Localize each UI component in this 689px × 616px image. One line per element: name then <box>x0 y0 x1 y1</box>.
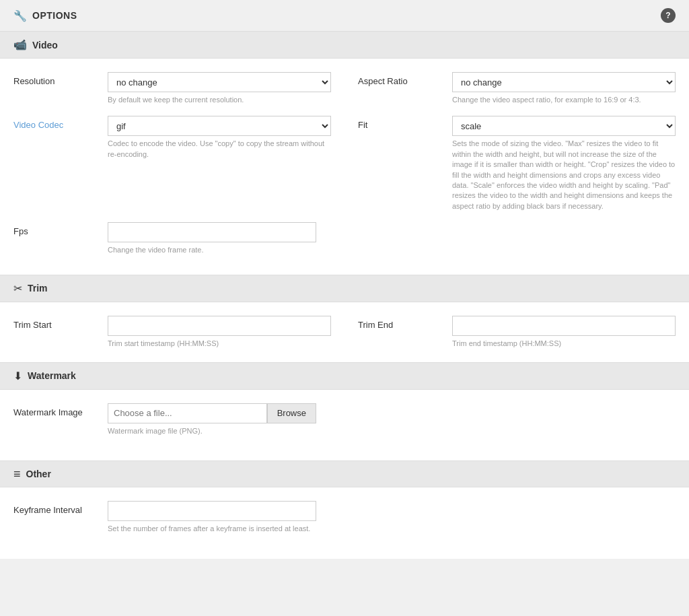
scissors-icon: ✂ <box>13 282 22 295</box>
fps-input[interactable] <box>108 222 316 242</box>
trim-end-hint: Trim end timestamp (HH:MM:SS) <box>452 339 676 349</box>
other-section-content: Keyframe Interval Set the number of fram… <box>0 487 689 558</box>
other-section-header: ≡ Other <box>0 460 689 487</box>
trim-start-hint: Trim start timestamp (HH:MM:SS) <box>108 339 331 349</box>
video-codec-label: Video Codec <box>13 116 94 130</box>
watermark-section-title: Watermark <box>28 370 76 381</box>
resolution-label: Resolution <box>13 72 94 86</box>
fps-hint: Change the video frame rate. <box>108 245 316 255</box>
trim-end-input[interactable] <box>452 316 676 336</box>
video-section-content: Resolution no change 320x240 640x480 128… <box>0 59 689 275</box>
watermark-hint: Watermark image file (PNG). <box>108 426 316 436</box>
fit-label: Fit <box>358 116 439 130</box>
aspect-ratio-label: Aspect Ratio <box>358 72 439 86</box>
help-icon: ? <box>665 11 670 20</box>
fps-label: Fps <box>13 222 94 236</box>
video-codec-hint: Codec to encode the video. Use "copy" to… <box>108 139 331 160</box>
keyframe-interval-label: Keyframe Interval <box>13 501 94 515</box>
trim-start-label: Trim Start <box>13 316 94 330</box>
other-icon: ≡ <box>13 468 21 480</box>
watermark-section-content: Watermark Image Browse Watermark image f… <box>0 390 689 460</box>
other-section-title: Other <box>26 469 51 479</box>
trim-section-title: Trim <box>28 283 48 294</box>
video-section-header: 📹 Video <box>0 31 689 59</box>
resolution-select[interactable]: no change 320x240 640x480 1280x720 1920x… <box>108 72 331 92</box>
video-icon: 📹 <box>13 38 27 51</box>
help-button[interactable]: ? <box>661 8 676 23</box>
video-codec-select[interactable]: gif copy h264 h265 vp9 mpeg4 <box>108 116 331 136</box>
fit-hint: Sets the mode of sizing the video. "Max"… <box>452 139 676 211</box>
browse-button[interactable]: Browse <box>267 403 316 423</box>
keyframe-interval-input[interactable] <box>108 501 316 521</box>
trim-section-header: ✂ Trim <box>0 275 689 302</box>
page-title: OPTIONS <box>32 10 77 21</box>
trim-start-input[interactable] <box>108 316 331 336</box>
trim-end-label: Trim End <box>358 316 439 330</box>
trim-section-content: Trim Start Trim start timestamp (HH:MM:S… <box>0 302 689 362</box>
fit-select[interactable]: scale max crop pad <box>452 116 676 136</box>
watermark-image-label: Watermark Image <box>13 403 94 417</box>
aspect-ratio-select[interactable]: no change 4:3 16:9 1:1 21:9 <box>452 72 676 92</box>
watermark-section-header: ⬇ Watermark <box>0 362 689 390</box>
watermark-icon: ⬇ <box>13 370 22 382</box>
wrench-icon: 🔧 <box>13 9 27 22</box>
aspect-ratio-hint: Change the video aspect ratio, for examp… <box>452 95 676 105</box>
keyframe-interval-hint: Set the number of frames after a keyfram… <box>108 524 316 534</box>
resolution-hint: By default we keep the current resolutio… <box>108 95 331 105</box>
watermark-file-input[interactable] <box>108 403 267 423</box>
video-section-title: Video <box>32 40 58 50</box>
